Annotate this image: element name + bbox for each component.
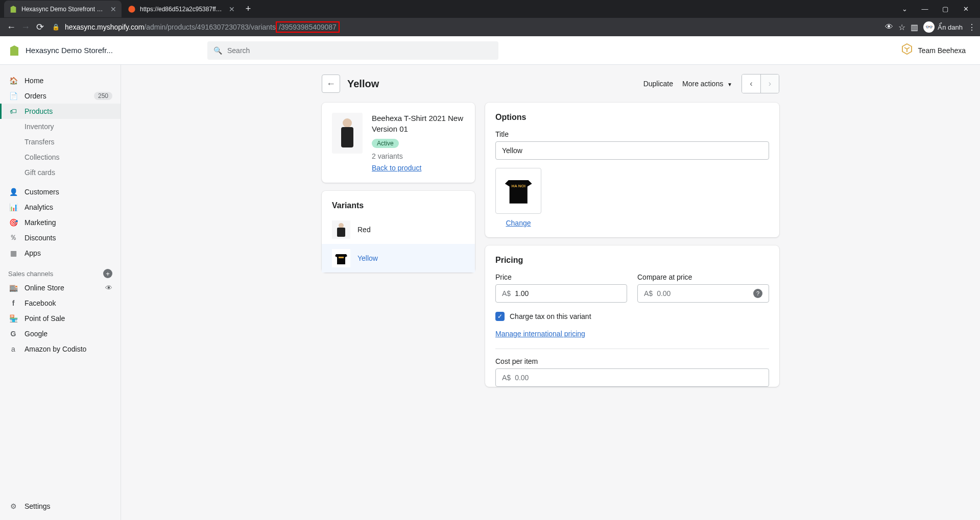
compare-input[interactable]: A$ ? xyxy=(637,284,769,303)
eye-off-icon[interactable]: 👁 xyxy=(885,22,893,32)
title-label: Title xyxy=(495,130,769,138)
sidebar-item-apps[interactable]: ▦ Apps xyxy=(0,245,121,261)
new-tab-button[interactable]: + xyxy=(241,2,255,16)
tag-icon: 🏷 xyxy=(8,107,18,115)
store-name: Hexasync Demo Storefr... xyxy=(26,46,113,55)
intl-pricing-link[interactable]: Manage international pricing xyxy=(495,330,585,338)
sales-channels-header: Sales channels + xyxy=(0,261,121,280)
price-input[interactable]: A$ xyxy=(495,284,627,303)
product-thumbnail xyxy=(332,113,363,154)
bars-icon: 📊 xyxy=(8,203,18,211)
cost-input[interactable]: A$ xyxy=(495,368,769,387)
gear-icon: ⚙ xyxy=(8,502,18,510)
duplicate-button[interactable]: Duplicate xyxy=(643,80,673,88)
charge-tax-checkbox[interactable]: ✓ xyxy=(495,312,505,321)
back-to-product-link[interactable]: Back to product xyxy=(372,164,421,172)
compare-value[interactable] xyxy=(657,289,753,298)
sidebar-item-label: Marketing xyxy=(25,218,56,227)
change-image-link[interactable]: Change xyxy=(495,219,541,227)
channel-amazon[interactable]: a Amazon by Codisto xyxy=(0,341,121,357)
variant-item-yellow[interactable]: Yellow xyxy=(322,244,475,273)
url-highlighted: /39593985409087 xyxy=(276,21,340,33)
chevron-down-icon[interactable]: ⌄ xyxy=(894,2,915,17)
profile-badge[interactable]: 👓 Ẩn danh xyxy=(923,21,963,33)
add-channel-button[interactable]: + xyxy=(103,269,112,278)
browser-tab-2[interactable]: https://ed86d512a2c95387ffa25f ✕ xyxy=(123,1,240,17)
variant-name: Yellow xyxy=(357,254,378,262)
close-icon[interactable]: ✕ xyxy=(229,5,235,13)
sidebar: 🏠 Home 📄 Orders 250 🏷 Products Inventory… xyxy=(0,65,121,520)
sidebar-item-customers[interactable]: 👤 Customers xyxy=(0,184,121,200)
close-icon[interactable]: ✕ xyxy=(110,5,116,13)
channel-facebook[interactable]: f Facebook xyxy=(0,295,121,311)
currency-prefix: A$ xyxy=(644,289,653,298)
star-icon[interactable]: ☆ xyxy=(898,22,905,32)
sidebar-item-settings[interactable]: ⚙ Settings xyxy=(0,499,121,514)
eye-icon[interactable]: 👁 xyxy=(105,284,112,292)
browser-tab-1[interactable]: Hexasync Demo Storefront ~ Var ✕ xyxy=(4,1,122,17)
tab-title: https://ed86d512a2c95387ffa25f xyxy=(140,6,225,13)
home-icon: 🏠 xyxy=(8,77,18,85)
next-variant-button[interactable]: › xyxy=(760,75,779,93)
price-value[interactable] xyxy=(515,289,620,298)
sidebar-sub-transfers[interactable]: Transfers xyxy=(0,134,121,150)
store-switcher[interactable]: Hexasync Demo Storefr... xyxy=(8,44,207,57)
main-content: ← Yellow Duplicate More actions ▼ ‹ › xyxy=(121,65,980,520)
variant-image[interactable]: HA NOI xyxy=(495,168,541,214)
close-window-icon[interactable]: ✕ xyxy=(955,2,976,17)
panel-icon[interactable]: ▥ xyxy=(911,22,918,32)
back-button[interactable]: ← xyxy=(322,75,340,93)
back-icon[interactable]: ← xyxy=(4,20,18,34)
channel-pos[interactable]: 🏪 Point of Sale xyxy=(0,311,121,326)
channel-google[interactable]: G Google xyxy=(0,326,121,341)
svg-rect-8 xyxy=(339,257,344,258)
maximize-icon[interactable]: ▢ xyxy=(935,2,955,17)
compare-label: Compare at price xyxy=(637,273,769,281)
status-badge: Active xyxy=(372,139,399,148)
sidebar-item-analytics[interactable]: 📊 Analytics xyxy=(0,200,121,215)
kebab-icon[interactable]: ⋮ xyxy=(968,22,976,32)
minimize-icon[interactable]: — xyxy=(915,2,935,17)
tab-bar: Hexasync Demo Storefront ~ Var ✕ https:/… xyxy=(0,0,980,18)
prev-variant-button[interactable]: ‹ xyxy=(742,75,760,93)
price-label: Price xyxy=(495,273,627,281)
browser-chrome: Hexasync Demo Storefront ~ Var ✕ https:/… xyxy=(0,0,980,36)
sidebar-sub-collections[interactable]: Collections xyxy=(0,150,121,165)
account-menu[interactable]: Team Beehexa xyxy=(895,39,972,62)
reload-icon[interactable]: ⟳ xyxy=(33,20,47,34)
app-header: Hexasync Demo Storefr... 🔍 Search Team B… xyxy=(0,36,980,65)
svg-text:HA NOI: HA NOI xyxy=(511,184,525,188)
favicon-shopify xyxy=(9,5,17,13)
caret-down-icon: ▼ xyxy=(727,82,732,87)
sidebar-item-home[interactable]: 🏠 Home xyxy=(0,73,121,88)
cost-value[interactable] xyxy=(515,374,762,382)
title-input[interactable] xyxy=(495,141,769,160)
facebook-icon: f xyxy=(8,299,18,307)
address-bar[interactable]: 🔒 hexasync.myshopify.com /admin/products… xyxy=(47,20,881,34)
variant-count: 2 variants xyxy=(372,152,465,160)
target-icon: 🎯 xyxy=(8,218,18,227)
more-actions-label: More actions xyxy=(682,80,723,88)
search-input[interactable]: 🔍 Search xyxy=(207,41,498,60)
sidebar-item-label: Products xyxy=(25,107,53,115)
more-actions-menu[interactable]: More actions ▼ xyxy=(682,80,732,88)
product-name: Beehexa T-Shirt 2021 New Version 01 xyxy=(372,113,465,134)
channel-label: Online Store xyxy=(25,284,64,292)
variant-item-red[interactable]: Red xyxy=(322,215,475,244)
sidebar-sub-inventory[interactable]: Inventory xyxy=(0,119,121,134)
chrome-right-icons: 👁 ☆ ▥ 👓 Ẩn danh ⋮ xyxy=(885,21,976,33)
sidebar-item-marketing[interactable]: 🎯 Marketing xyxy=(0,215,121,230)
forward-icon[interactable]: → xyxy=(18,20,33,34)
sidebar-item-products[interactable]: 🏷 Products xyxy=(0,104,121,119)
profile-label: Ẩn danh xyxy=(938,23,963,31)
settings-label: Settings xyxy=(25,502,51,510)
channel-online-store[interactable]: 🏬 Online Store 👁 xyxy=(0,280,121,295)
incognito-icon: 👓 xyxy=(923,21,935,33)
variants-heading: Variants xyxy=(332,201,465,210)
help-icon[interactable]: ? xyxy=(753,289,762,298)
pricing-card: Pricing Price A$ Co xyxy=(485,245,779,387)
sidebar-item-label: Apps xyxy=(25,249,41,257)
sidebar-sub-gift-cards[interactable]: Gift cards xyxy=(0,165,121,180)
sidebar-item-orders[interactable]: 📄 Orders 250 xyxy=(0,88,121,104)
sidebar-item-discounts[interactable]: ％ Discounts xyxy=(0,230,121,245)
